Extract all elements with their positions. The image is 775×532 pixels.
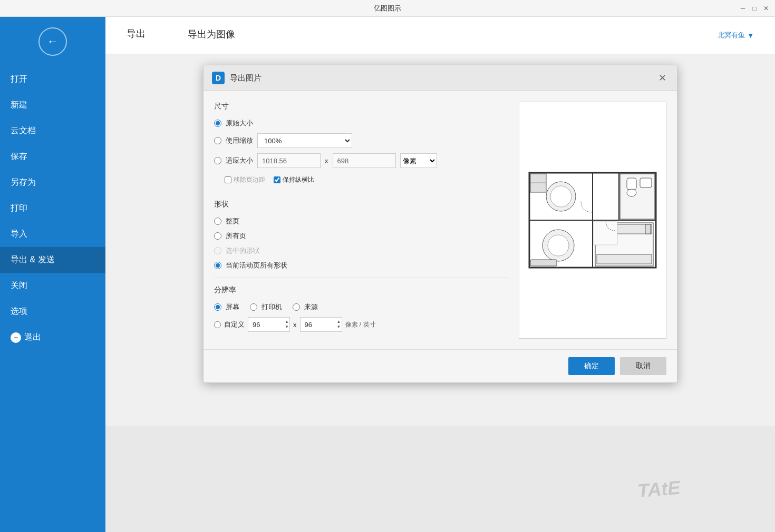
sidebar-item-options[interactable]: 选项 — [0, 299, 105, 324]
confirm-button[interactable]: 确定 — [568, 357, 615, 375]
shape-current-label[interactable]: 当前活动页所有形状 — [226, 261, 287, 270]
minimize-button[interactable]: ─ — [739, 5, 747, 12]
custom-dpi-row: 自定义 ▲ ▼ x — [214, 317, 508, 332]
close-button[interactable]: ✕ — [762, 5, 770, 12]
shape-radio-group: 整页 所有页 选中的形状 — [214, 216, 508, 270]
sidebar-item-cloud[interactable]: 云文档 — [0, 118, 105, 144]
exit-icon: − — [11, 332, 21, 343]
size-radio-group: 原始大小 使用缩放 100% 50% 200% — [214, 119, 508, 168]
res-source-radio[interactable] — [293, 303, 300, 311]
res-printer-radio[interactable] — [250, 303, 257, 311]
scale-select[interactable]: 100% 50% 200% — [257, 133, 352, 148]
dpi-y-input[interactable] — [300, 317, 342, 332]
sidebar-item-label: 退出 — [24, 332, 41, 343]
res-screen-row: 屏幕 — [214, 302, 239, 312]
svg-point-14 — [548, 235, 569, 256]
width-input[interactable] — [257, 153, 321, 168]
main-layout: ← 打开 新建 云文档 保存 另存为 打印 导入 导出 & 发送 关闭 选项 — [0, 17, 775, 532]
sidebar-item-save[interactable]: 保存 — [0, 144, 105, 170]
sidebar-item-new[interactable]: 新建 — [0, 92, 105, 118]
dpi-x-up-arrow[interactable]: ▲ — [285, 319, 289, 324]
dpi-x-separator: x — [293, 321, 297, 329]
height-input[interactable] — [333, 153, 396, 168]
resolution-section: 分辨率 屏幕 打印机 — [214, 285, 508, 332]
shape-all-label[interactable]: 所有页 — [226, 231, 246, 241]
dpi-y-up-arrow[interactable]: ▲ — [337, 319, 341, 324]
res-screen-radio[interactable] — [214, 303, 221, 311]
size-original-label[interactable]: 原始大小 — [226, 119, 253, 128]
shape-current-radio[interactable] — [214, 262, 221, 269]
shape-section-title: 形状 — [214, 200, 508, 209]
keep-ratio-checkbox[interactable] — [274, 176, 280, 183]
divider-1 — [214, 192, 508, 192]
sidebar-item-exit[interactable]: − 退出 — [0, 324, 105, 350]
shape-selected-row: 选中的形状 — [214, 246, 508, 255]
username: 北冥有鱼 — [718, 31, 745, 40]
back-button[interactable]: ← — [38, 27, 67, 56]
remove-margin-label[interactable]: 移除页边距 — [225, 175, 265, 184]
svg-rect-11 — [530, 174, 546, 192]
content-header: 导出 导出为图像 北冥有鱼 ▼ — [105, 17, 775, 54]
shape-whole-label[interactable]: 整页 — [226, 216, 239, 226]
dpi-y-wrap: ▲ ▼ — [300, 317, 342, 332]
tab-export[interactable]: 导出 — [127, 27, 146, 43]
sidebar-item-export[interactable]: 导出 & 发送 — [0, 247, 105, 273]
dialog-body: 尺寸 原始大小 使用缩放 — [204, 91, 677, 349]
restore-button[interactable]: □ — [751, 5, 758, 12]
title-bar: 亿图图示 ─ □ ✕ — [0, 0, 775, 17]
sidebar-item-import[interactable]: 导入 — [0, 221, 105, 247]
res-printer-label[interactable]: 打印机 — [261, 302, 282, 312]
keep-ratio-label[interactable]: 保持纵横比 — [274, 175, 314, 184]
floorplan-preview — [524, 168, 661, 273]
dpi-x-arrows: ▲ ▼ — [285, 319, 289, 330]
user-info[interactable]: 北冥有鱼 ▼ — [718, 31, 754, 40]
shape-current-row: 当前活动页所有形状 — [214, 261, 508, 270]
sidebar-item-label: 导入 — [11, 229, 27, 240]
cancel-button[interactable]: 取消 — [620, 357, 666, 375]
sidebar-item-label: 选项 — [11, 306, 27, 317]
dpi-x-down-arrow[interactable]: ▼ — [285, 324, 289, 330]
dialog-left-panel: 尺寸 原始大小 使用缩放 — [214, 102, 508, 339]
svg-point-10 — [550, 186, 571, 207]
dialog-header: D 导出图片 ✕ — [204, 65, 677, 91]
sidebar-item-print[interactable]: 打印 — [0, 195, 105, 221]
dialog-logo-icon: D — [212, 72, 225, 84]
app-title: 亿图图示 — [374, 4, 401, 13]
size-fit-radio[interactable] — [214, 157, 221, 164]
shape-whole-row: 整页 — [214, 216, 508, 226]
content-area: 导出 导出为图像 北冥有鱼 ▼ D 导出图片 ✕ — [105, 17, 775, 532]
content-body: D 导出图片 ✕ 尺寸 — [105, 54, 775, 427]
shape-all-radio[interactable] — [214, 232, 221, 240]
dialog-close-button[interactable]: ✕ — [656, 72, 669, 84]
preview-panel — [519, 102, 666, 339]
shape-whole-radio[interactable] — [214, 218, 221, 225]
sidebar-item-open[interactable]: 打开 — [0, 66, 105, 92]
user-dropdown-arrow: ▼ — [747, 32, 754, 40]
dpi-x-wrap: ▲ ▼ — [248, 317, 290, 332]
shape-section: 形状 整页 所有页 — [214, 200, 508, 270]
res-custom-label[interactable]: 自定义 — [224, 320, 245, 329]
sidebar-item-close[interactable]: 关闭 — [0, 273, 105, 299]
svg-rect-8 — [640, 178, 652, 188]
unit-select[interactable]: 像素 厘米 英寸 — [400, 153, 437, 168]
size-original-radio[interactable] — [214, 120, 221, 127]
dpi-unit: 像素 / 英寸 — [345, 320, 376, 329]
dpi-y-down-arrow[interactable]: ▼ — [337, 324, 341, 330]
res-custom-radio[interactable] — [214, 321, 221, 328]
tab-export-image[interactable]: 导出为图像 — [188, 28, 235, 43]
size-section: 尺寸 原始大小 使用缩放 — [214, 102, 508, 184]
size-original-row: 原始大小 — [214, 119, 508, 128]
sidebar-item-label: 保存 — [11, 151, 27, 162]
size-fit-label[interactable]: 适应大小 — [226, 156, 253, 165]
sidebar-item-saveas[interactable]: 另存为 — [0, 170, 105, 195]
svg-point-7 — [627, 189, 636, 196]
resolution-section-title: 分辨率 — [214, 285, 508, 295]
size-scale-radio[interactable] — [214, 137, 221, 144]
dpi-x-input[interactable] — [248, 317, 290, 332]
x-separator: x — [325, 157, 328, 165]
res-source-label[interactable]: 来源 — [304, 302, 318, 312]
size-scale-label[interactable]: 使用缩放 — [226, 136, 253, 145]
res-screen-label[interactable]: 屏幕 — [226, 302, 239, 312]
remove-margin-checkbox[interactable] — [225, 176, 231, 183]
dialog-title: 导出图片 — [230, 73, 651, 83]
